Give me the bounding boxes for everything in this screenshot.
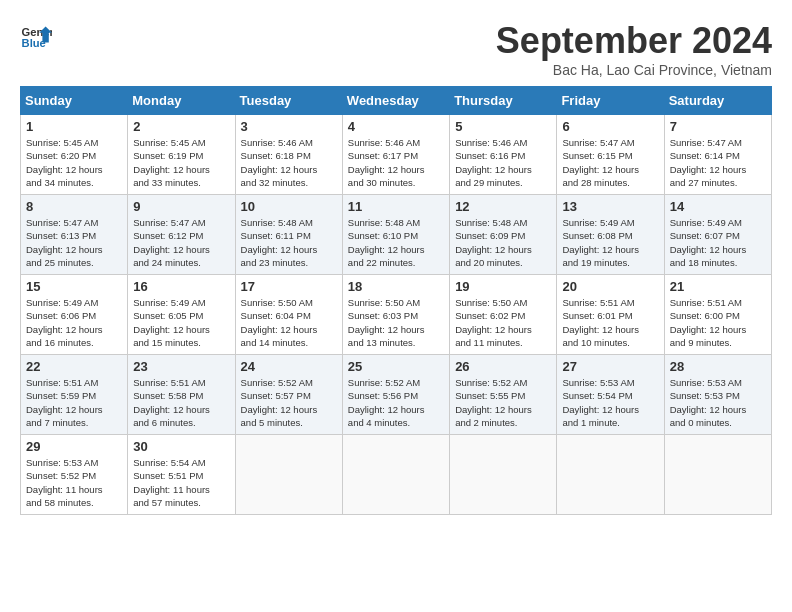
calendar-cell: 11Sunrise: 5:48 AMSunset: 6:10 PMDayligh… — [342, 195, 449, 275]
title-area: September 2024 Bac Ha, Lao Cai Province,… — [496, 20, 772, 78]
day-info: Sunrise: 5:45 AMSunset: 6:20 PMDaylight:… — [26, 136, 122, 189]
day-number: 16 — [133, 279, 229, 294]
calendar-week-2: 8Sunrise: 5:47 AMSunset: 6:13 PMDaylight… — [21, 195, 772, 275]
day-number: 21 — [670, 279, 766, 294]
calendar-table: SundayMondayTuesdayWednesdayThursdayFrid… — [20, 86, 772, 515]
calendar-cell: 20Sunrise: 5:51 AMSunset: 6:01 PMDayligh… — [557, 275, 664, 355]
weekday-header-saturday: Saturday — [664, 87, 771, 115]
calendar-cell: 25Sunrise: 5:52 AMSunset: 5:56 PMDayligh… — [342, 355, 449, 435]
calendar-cell: 15Sunrise: 5:49 AMSunset: 6:06 PMDayligh… — [21, 275, 128, 355]
calendar-cell — [450, 435, 557, 515]
day-info: Sunrise: 5:47 AMSunset: 6:13 PMDaylight:… — [26, 216, 122, 269]
calendar-cell — [664, 435, 771, 515]
calendar-cell — [557, 435, 664, 515]
calendar-cell: 18Sunrise: 5:50 AMSunset: 6:03 PMDayligh… — [342, 275, 449, 355]
calendar-cell: 7Sunrise: 5:47 AMSunset: 6:14 PMDaylight… — [664, 115, 771, 195]
calendar-cell: 30Sunrise: 5:54 AMSunset: 5:51 PMDayligh… — [128, 435, 235, 515]
calendar-cell: 17Sunrise: 5:50 AMSunset: 6:04 PMDayligh… — [235, 275, 342, 355]
day-info: Sunrise: 5:47 AMSunset: 6:14 PMDaylight:… — [670, 136, 766, 189]
day-info: Sunrise: 5:52 AMSunset: 5:55 PMDaylight:… — [455, 376, 551, 429]
calendar-cell: 16Sunrise: 5:49 AMSunset: 6:05 PMDayligh… — [128, 275, 235, 355]
day-number: 13 — [562, 199, 658, 214]
calendar-cell: 9Sunrise: 5:47 AMSunset: 6:12 PMDaylight… — [128, 195, 235, 275]
calendar-cell: 24Sunrise: 5:52 AMSunset: 5:57 PMDayligh… — [235, 355, 342, 435]
svg-text:Blue: Blue — [22, 37, 46, 49]
calendar-cell: 10Sunrise: 5:48 AMSunset: 6:11 PMDayligh… — [235, 195, 342, 275]
calendar-cell: 4Sunrise: 5:46 AMSunset: 6:17 PMDaylight… — [342, 115, 449, 195]
day-number: 15 — [26, 279, 122, 294]
weekday-header-thursday: Thursday — [450, 87, 557, 115]
calendar-cell: 14Sunrise: 5:49 AMSunset: 6:07 PMDayligh… — [664, 195, 771, 275]
calendar-cell: 28Sunrise: 5:53 AMSunset: 5:53 PMDayligh… — [664, 355, 771, 435]
day-info: Sunrise: 5:47 AMSunset: 6:15 PMDaylight:… — [562, 136, 658, 189]
day-number: 27 — [562, 359, 658, 374]
day-info: Sunrise: 5:51 AMSunset: 6:00 PMDaylight:… — [670, 296, 766, 349]
day-number: 14 — [670, 199, 766, 214]
calendar-cell: 23Sunrise: 5:51 AMSunset: 5:58 PMDayligh… — [128, 355, 235, 435]
day-info: Sunrise: 5:50 AMSunset: 6:02 PMDaylight:… — [455, 296, 551, 349]
day-info: Sunrise: 5:45 AMSunset: 6:19 PMDaylight:… — [133, 136, 229, 189]
day-number: 3 — [241, 119, 337, 134]
day-number: 6 — [562, 119, 658, 134]
calendar-week-4: 22Sunrise: 5:51 AMSunset: 5:59 PMDayligh… — [21, 355, 772, 435]
day-info: Sunrise: 5:46 AMSunset: 6:17 PMDaylight:… — [348, 136, 444, 189]
day-info: Sunrise: 5:53 AMSunset: 5:54 PMDaylight:… — [562, 376, 658, 429]
calendar-cell: 13Sunrise: 5:49 AMSunset: 6:08 PMDayligh… — [557, 195, 664, 275]
calendar-cell: 5Sunrise: 5:46 AMSunset: 6:16 PMDaylight… — [450, 115, 557, 195]
day-number: 8 — [26, 199, 122, 214]
day-number: 9 — [133, 199, 229, 214]
day-number: 4 — [348, 119, 444, 134]
day-info: Sunrise: 5:47 AMSunset: 6:12 PMDaylight:… — [133, 216, 229, 269]
day-info: Sunrise: 5:48 AMSunset: 6:11 PMDaylight:… — [241, 216, 337, 269]
calendar-cell: 22Sunrise: 5:51 AMSunset: 5:59 PMDayligh… — [21, 355, 128, 435]
day-number: 30 — [133, 439, 229, 454]
month-title: September 2024 — [496, 20, 772, 62]
day-number: 19 — [455, 279, 551, 294]
calendar-cell: 12Sunrise: 5:48 AMSunset: 6:09 PMDayligh… — [450, 195, 557, 275]
day-info: Sunrise: 5:50 AMSunset: 6:04 PMDaylight:… — [241, 296, 337, 349]
day-number: 2 — [133, 119, 229, 134]
day-info: Sunrise: 5:48 AMSunset: 6:09 PMDaylight:… — [455, 216, 551, 269]
day-number: 26 — [455, 359, 551, 374]
day-number: 29 — [26, 439, 122, 454]
calendar-week-3: 15Sunrise: 5:49 AMSunset: 6:06 PMDayligh… — [21, 275, 772, 355]
calendar-cell: 3Sunrise: 5:46 AMSunset: 6:18 PMDaylight… — [235, 115, 342, 195]
day-info: Sunrise: 5:52 AMSunset: 5:57 PMDaylight:… — [241, 376, 337, 429]
logo-icon: General Blue — [20, 20, 52, 52]
weekday-header-friday: Friday — [557, 87, 664, 115]
day-number: 22 — [26, 359, 122, 374]
calendar-cell: 2Sunrise: 5:45 AMSunset: 6:19 PMDaylight… — [128, 115, 235, 195]
day-number: 25 — [348, 359, 444, 374]
day-info: Sunrise: 5:49 AMSunset: 6:07 PMDaylight:… — [670, 216, 766, 269]
calendar-week-5: 29Sunrise: 5:53 AMSunset: 5:52 PMDayligh… — [21, 435, 772, 515]
day-number: 1 — [26, 119, 122, 134]
day-info: Sunrise: 5:53 AMSunset: 5:52 PMDaylight:… — [26, 456, 122, 509]
weekday-header-tuesday: Tuesday — [235, 87, 342, 115]
day-info: Sunrise: 5:49 AMSunset: 6:08 PMDaylight:… — [562, 216, 658, 269]
day-number: 5 — [455, 119, 551, 134]
day-info: Sunrise: 5:46 AMSunset: 6:18 PMDaylight:… — [241, 136, 337, 189]
calendar-cell: 19Sunrise: 5:50 AMSunset: 6:02 PMDayligh… — [450, 275, 557, 355]
calendar-cell: 29Sunrise: 5:53 AMSunset: 5:52 PMDayligh… — [21, 435, 128, 515]
weekday-header-sunday: Sunday — [21, 87, 128, 115]
calendar-cell: 26Sunrise: 5:52 AMSunset: 5:55 PMDayligh… — [450, 355, 557, 435]
calendar-cell: 8Sunrise: 5:47 AMSunset: 6:13 PMDaylight… — [21, 195, 128, 275]
day-info: Sunrise: 5:49 AMSunset: 6:05 PMDaylight:… — [133, 296, 229, 349]
weekday-header-monday: Monday — [128, 87, 235, 115]
day-number: 20 — [562, 279, 658, 294]
calendar-cell: 6Sunrise: 5:47 AMSunset: 6:15 PMDaylight… — [557, 115, 664, 195]
calendar-week-1: 1Sunrise: 5:45 AMSunset: 6:20 PMDaylight… — [21, 115, 772, 195]
logo: General Blue — [20, 20, 52, 52]
day-info: Sunrise: 5:53 AMSunset: 5:53 PMDaylight:… — [670, 376, 766, 429]
day-info: Sunrise: 5:49 AMSunset: 6:06 PMDaylight:… — [26, 296, 122, 349]
day-number: 12 — [455, 199, 551, 214]
day-info: Sunrise: 5:46 AMSunset: 6:16 PMDaylight:… — [455, 136, 551, 189]
day-number: 10 — [241, 199, 337, 214]
calendar-cell — [342, 435, 449, 515]
day-info: Sunrise: 5:52 AMSunset: 5:56 PMDaylight:… — [348, 376, 444, 429]
calendar-cell — [235, 435, 342, 515]
day-number: 18 — [348, 279, 444, 294]
day-info: Sunrise: 5:50 AMSunset: 6:03 PMDaylight:… — [348, 296, 444, 349]
page-header: General Blue September 2024 Bac Ha, Lao … — [20, 20, 772, 78]
day-info: Sunrise: 5:51 AMSunset: 5:58 PMDaylight:… — [133, 376, 229, 429]
